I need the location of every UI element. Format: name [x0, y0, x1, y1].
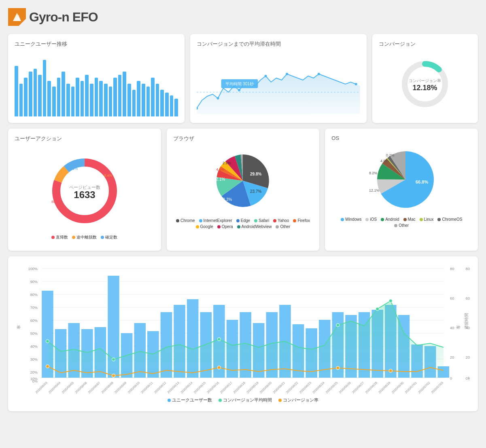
svg-text:800秒: 800秒 [466, 267, 470, 271]
svg-text:2020/06/21: 2020/06/21 [272, 381, 285, 394]
unique-users-card: ユニークユーザー推移 [8, 34, 185, 123]
bar-item [43, 60, 47, 116]
svg-text:30%: 30% [30, 357, 38, 361]
browser-legend-firefox: Firefox [293, 218, 310, 223]
browser-legend-chrome: Chrome [176, 218, 195, 223]
svg-text:8.4%: 8.4% [104, 173, 112, 178]
svg-text:40: 40 [450, 326, 454, 330]
bar-item [123, 72, 126, 116]
svg-text:2020/07/02: 2020/07/02 [417, 381, 431, 394]
os-legend-windows: Windows [341, 217, 362, 222]
svg-point-100 [46, 340, 49, 343]
svg-text:8.2%: 8.2% [369, 171, 378, 175]
svg-text:22.3%: 22.3% [221, 197, 232, 202]
svg-point-4 [216, 97, 219, 99]
svg-point-106 [46, 365, 49, 368]
conversion-time-title: コンバージョンまでの平均滞在時間 [197, 40, 360, 48]
svg-text:2020/06/08: 2020/06/08 [100, 381, 114, 394]
svg-text:0秒: 0秒 [466, 376, 470, 380]
browser-legend-yahoo: Yahoo [273, 218, 289, 223]
action-donut: ページビュー数 1633 11.1% 8.4% 80.5% 直帰数 途中離脱数 [15, 146, 155, 244]
browser-legend-edge: Edge [236, 218, 250, 223]
svg-point-102 [217, 338, 221, 341]
browser-legend-google: Google [196, 224, 213, 229]
svg-text:2020/06/15: 2020/06/15 [193, 381, 206, 394]
svg-text:29.8%: 29.8% [250, 172, 261, 176]
svg-text:2020/06/30: 2020/06/30 [391, 381, 404, 394]
svg-text:50%: 50% [30, 332, 38, 336]
bar-item [66, 84, 70, 116]
svg-text:40%: 40% [30, 344, 38, 349]
action-legend: 直帰数 途中離脱数 確定数 [51, 235, 117, 240]
svg-text:2020/06/29: 2020/06/29 [378, 381, 391, 394]
bar-item [38, 75, 42, 116]
svg-text:2020/06/11: 2020/06/11 [140, 381, 153, 394]
svg-text:2020/06/17: 2020/06/17 [219, 381, 233, 394]
user-action-title: ユーザーアクション [15, 135, 155, 142]
bar-item [52, 87, 56, 116]
svg-text:80%: 80% [30, 293, 38, 297]
bar-item [57, 78, 61, 116]
bar-item [170, 95, 174, 116]
svg-point-104 [376, 307, 379, 311]
bar-item [132, 90, 136, 116]
svg-point-109 [336, 366, 340, 370]
svg-text:11.1%: 11.1% [68, 167, 78, 171]
browser-title: ブラウザ [173, 135, 313, 142]
browser-pie: 29.8% 23.7% 22.3% 12.1% 4.6% 2.1% Chrome… [173, 146, 313, 229]
svg-text:2020/06/24: 2020/06/24 [312, 381, 325, 394]
bottom-legend-avg-time: コンバージョン平均時間 [219, 397, 272, 403]
svg-text:客: 客 [456, 325, 460, 329]
bar-item [104, 84, 108, 116]
bar-item [71, 87, 75, 116]
bar-item [62, 72, 65, 116]
bar-item [19, 84, 23, 116]
svg-point-103 [336, 323, 340, 327]
header: Gyro-n EFO [8, 8, 478, 26]
bar-item [118, 75, 122, 116]
svg-text:2020/06/18: 2020/06/18 [233, 381, 246, 394]
svg-text:2020/06/10: 2020/06/10 [127, 381, 140, 394]
conversion-donut: コンバージョン率 12.18% [379, 52, 471, 116]
svg-point-110 [389, 369, 392, 372]
svg-text:80: 80 [450, 267, 454, 271]
svg-text:90%: 90% [30, 280, 38, 284]
bar-item [109, 87, 112, 116]
bar-item [76, 78, 79, 116]
os-legend-other: Other [394, 223, 409, 228]
svg-text:80.5%: 80.5% [51, 200, 62, 204]
bar-item [24, 78, 28, 116]
svg-text:2020/06/20: 2020/06/20 [259, 381, 272, 394]
svg-text:2020/06/07: 2020/06/07 [87, 381, 101, 394]
os-card: OS [325, 129, 478, 251]
svg-text:66.8%: 66.8% [416, 180, 428, 184]
svg-text:2020/06/14: 2020/06/14 [180, 381, 193, 394]
legend-confirmed: 確定数 [101, 235, 117, 240]
bar-item [151, 78, 155, 116]
svg-text:2020/06/28: 2020/06/28 [365, 381, 378, 394]
browser-legend-safari: Safari [254, 218, 269, 223]
conversion-card: コンバージョン コンバージョン率 12.18% [372, 34, 478, 123]
svg-point-105 [389, 299, 392, 302]
svg-point-8 [318, 73, 320, 75]
svg-text:率: 率 [17, 325, 21, 329]
bar-item [156, 84, 159, 116]
svg-text:0%: 0% [32, 379, 38, 383]
svg-text:2020/06/13: 2020/06/13 [167, 381, 180, 394]
svg-text:12.18%: 12.18% [413, 84, 437, 92]
svg-text:4.0%: 4.0% [380, 159, 389, 163]
svg-text:12.1%: 12.1% [369, 188, 380, 192]
bar-item [90, 84, 93, 116]
os-legend-mac: Mac [403, 217, 416, 222]
unique-users-chart [15, 52, 178, 116]
svg-point-9 [354, 83, 357, 85]
svg-text:200秒: 200秒 [466, 355, 470, 359]
bar-item [137, 81, 140, 116]
logo-icon [8, 8, 26, 26]
bar-item [81, 81, 84, 116]
svg-point-101 [112, 358, 115, 361]
svg-text:2020/07/01: 2020/07/01 [404, 381, 418, 394]
svg-text:2020/06/09: 2020/06/09 [114, 381, 127, 394]
os-legend-android: Android [381, 217, 399, 222]
svg-text:2020/06/23: 2020/06/23 [299, 381, 312, 394]
